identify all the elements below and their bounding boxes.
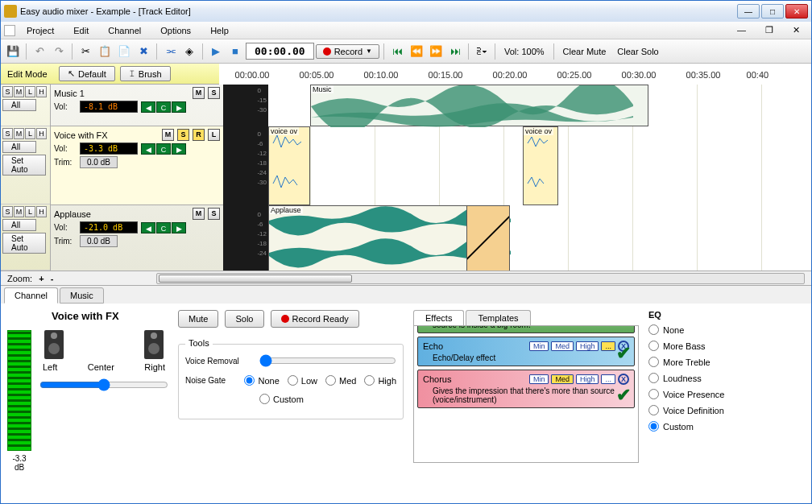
forward-icon[interactable]: ⏩	[427, 43, 445, 60]
clip-voice1[interactable]: voice ov	[268, 126, 310, 205]
h-scrollbar[interactable]	[156, 273, 805, 284]
clip-voice2[interactable]: voice ov	[523, 126, 558, 205]
undo-icon[interactable]: ↶	[31, 43, 48, 60]
eq-custom[interactable]	[648, 421, 659, 432]
menu-options[interactable]: Options	[152, 24, 199, 37]
app-menu-icon[interactable]	[4, 25, 15, 36]
ng-high[interactable]	[364, 375, 375, 386]
edit-mode-label: Edit Mode	[1, 69, 57, 79]
track-header[interactable]: ApplauseMS Vol:-21.0 dB◀C▶ Trim:0.0 dB	[51, 205, 223, 271]
rewind-icon[interactable]: ⏪	[408, 43, 425, 60]
check-icon: ✔	[616, 385, 631, 406]
fx-close-icon[interactable]: X	[618, 374, 629, 385]
clear-solo-button[interactable]: Clear Solo	[612, 47, 663, 56]
record-button[interactable]: Record▼	[316, 44, 379, 59]
window-title: Easy audio mixer - Example - [Track Edit…	[20, 6, 737, 16]
solo-button[interactable]: Solo	[225, 310, 263, 328]
fx-room[interactable]: source is inside a big room.	[417, 326, 635, 333]
size-l[interactable]: L	[25, 86, 35, 97]
zoom-label: Zoom:	[7, 274, 32, 283]
minimize-button[interactable]: —	[737, 4, 760, 19]
channel-title: Voice with FX	[52, 310, 168, 322]
go-end-icon[interactable]: ⏭	[446, 43, 464, 60]
eq-label: EQ	[648, 310, 753, 320]
maximize-button[interactable]: □	[761, 4, 784, 19]
copy-icon[interactable]: 📋	[96, 43, 114, 60]
default-tool-button[interactable]: ↖ Default	[59, 66, 115, 81]
time-display: 00:00.00	[246, 43, 314, 60]
level-meters: 0-15-30 0-6-12-18-24-30 0-6-12-18-24	[223, 85, 268, 271]
play-icon[interactable]: ▶	[207, 43, 225, 60]
mute-button[interactable]: Mute	[178, 310, 218, 328]
snap-icon[interactable]: ⫔▾	[473, 43, 491, 60]
time-ruler[interactable]: 00:00.00 00:05.00 00:10.00 00:15.00 00:2…	[219, 64, 811, 85]
all-button[interactable]: All	[2, 141, 36, 153]
vol-display[interactable]: -8.1 dB	[80, 101, 138, 113]
doc-restore[interactable]: ❐	[757, 23, 781, 37]
zoom-in[interactable]: +	[39, 274, 44, 283]
eq-voice-presence[interactable]	[648, 389, 659, 399]
clip-applause-fade[interactable]	[466, 205, 510, 271]
check-icon: ✔	[616, 343, 631, 364]
size-m[interactable]: M	[14, 86, 24, 97]
pan-slider[interactable]	[39, 378, 168, 391]
tool2-icon[interactable]: ◈	[180, 43, 198, 60]
cut-icon[interactable]: ✂	[77, 43, 94, 60]
channel-meter	[7, 330, 31, 451]
db-readout: -3.3 dB	[7, 454, 31, 472]
go-start-icon[interactable]: ⏮	[388, 43, 406, 60]
speaker-left-icon	[44, 330, 64, 359]
all-button[interactable]: All	[2, 219, 36, 231]
stop-icon[interactable]: ■	[226, 43, 244, 60]
doc-close[interactable]: ✕	[785, 23, 808, 37]
zoom-out[interactable]: -	[51, 274, 54, 283]
menu-project[interactable]: Project	[19, 24, 62, 37]
menu-edit[interactable]: Edit	[65, 24, 97, 37]
clip-music[interactable]: Music	[310, 85, 648, 126]
tab-templates[interactable]: Templates	[466, 310, 530, 325]
ng-med[interactable]	[325, 375, 336, 386]
fx-chorus[interactable]: ChorusMinMedHigh...X Gives the impressio…	[417, 370, 635, 408]
track-header[interactable]: Voice with FXMSRL Vol:-3.3 dB◀C▶ Trim:0.…	[51, 126, 223, 205]
tab-channel[interactable]: Channel	[4, 287, 58, 304]
eq-loudness[interactable]	[648, 373, 659, 383]
menu-channel[interactable]: Channel	[100, 24, 149, 37]
fx-echo[interactable]: EchoMinMedHigh...X Echo/Delay effect ✔	[417, 337, 635, 366]
record-ready-button[interactable]: Record Ready	[271, 310, 359, 328]
menu-help[interactable]: Help	[202, 24, 237, 37]
close-button[interactable]: ✕	[785, 4, 808, 19]
track-header[interactable]: Music 1MS Vol:-8.1 dB◀C▶	[51, 85, 223, 126]
set-auto-button[interactable]: Set Auto	[2, 155, 46, 176]
redo-icon[interactable]: ↷	[50, 43, 68, 60]
doc-minimize[interactable]: —	[729, 23, 754, 37]
volume-label[interactable]: Vol: 100%	[499, 47, 549, 56]
brush-tool-button[interactable]: 𝙸 Brush	[120, 66, 171, 81]
size-h[interactable]: H	[36, 86, 47, 97]
eq-treble[interactable]	[648, 357, 659, 367]
tab-effects[interactable]: Effects	[413, 310, 464, 325]
eq-bass[interactable]	[648, 341, 659, 351]
set-auto-button[interactable]: Set Auto	[2, 233, 46, 254]
eq-voice-def[interactable]	[648, 405, 659, 415]
mute-button[interactable]: M	[193, 87, 205, 99]
ng-custom[interactable]	[259, 394, 270, 404]
tool1-icon[interactable]: ⫘	[161, 43, 179, 60]
solo-button[interactable]: S	[208, 87, 220, 99]
track-lane-area[interactable]: Music voice ov voice ov Applause	[268, 85, 811, 271]
ng-none[interactable]	[244, 375, 255, 386]
ng-low[interactable]	[288, 375, 298, 386]
delete-icon[interactable]: ✖	[135, 43, 152, 60]
app-icon	[4, 5, 17, 18]
effects-list[interactable]: source is inside a big room. EchoMinMedH…	[413, 326, 639, 463]
size-s[interactable]: S	[2, 86, 13, 97]
voice-removal-slider[interactable]	[259, 354, 396, 367]
eq-none[interactable]	[648, 324, 659, 335]
clear-mute-button[interactable]: Clear Mute	[558, 47, 611, 56]
tab-music[interactable]: Music	[60, 287, 104, 304]
paste-icon[interactable]: 📄	[115, 43, 133, 60]
all-button[interactable]: All	[2, 99, 36, 111]
speaker-right-icon	[144, 330, 164, 359]
save-icon[interactable]: 💾	[4, 43, 22, 60]
